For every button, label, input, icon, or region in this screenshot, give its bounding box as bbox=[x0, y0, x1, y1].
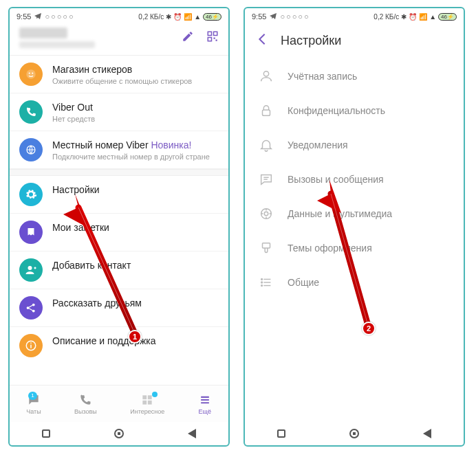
globe-icon bbox=[19, 138, 43, 161]
nav-more[interactable]: Ещё bbox=[198, 393, 212, 415]
edit-icon[interactable] bbox=[182, 30, 194, 45]
settings-header: Настройки bbox=[245, 23, 464, 59]
row-account[interactable]: Учётная запись bbox=[245, 59, 464, 93]
svg-rect-3 bbox=[214, 38, 215, 39]
page-title: Настройки bbox=[281, 34, 341, 48]
row-sub: Оживите общение с помощью стикеров bbox=[52, 77, 192, 86]
nav-label: Чаты bbox=[26, 408, 41, 415]
svg-point-9 bbox=[28, 266, 32, 270]
dots-icon: ○○○○○ bbox=[45, 12, 74, 21]
row-label: Темы оформления bbox=[288, 243, 372, 254]
brush-icon bbox=[259, 240, 274, 256]
svg-point-29 bbox=[264, 212, 268, 216]
share-icon bbox=[19, 296, 43, 320]
row-themes[interactable]: Темы оформления bbox=[245, 231, 464, 265]
back-button[interactable] bbox=[188, 429, 196, 438]
svg-rect-14 bbox=[30, 345, 32, 348]
notes-icon bbox=[19, 221, 43, 244]
home-button[interactable] bbox=[349, 429, 359, 438]
svg-point-24 bbox=[263, 71, 268, 76]
svg-point-7 bbox=[32, 72, 33, 74]
nav-chats[interactable]: 1 Чаты bbox=[26, 393, 41, 415]
row-title: Магазин стикеров bbox=[52, 64, 192, 76]
phone-out-icon bbox=[19, 100, 43, 124]
telegram-icon bbox=[34, 12, 42, 21]
more-menu-list: Магазин стикеров Оживите общение с помощ… bbox=[10, 56, 228, 385]
gear-icon bbox=[19, 183, 43, 206]
row-sticker-market[interactable]: Магазин стикеров Оживите общение с помощ… bbox=[10, 56, 228, 93]
row-label: Данные и мультимедиа bbox=[288, 208, 392, 219]
media-icon bbox=[259, 206, 274, 221]
android-nav bbox=[245, 422, 464, 445]
svg-rect-4 bbox=[216, 40, 217, 41]
row-privacy[interactable]: Конфиденциальность bbox=[245, 93, 464, 128]
svg-rect-16 bbox=[143, 395, 147, 399]
nav-badge: 1 bbox=[28, 392, 36, 400]
row-general[interactable]: Общие bbox=[245, 265, 464, 300]
svg-rect-2 bbox=[208, 38, 211, 41]
row-calls-messages[interactable]: Вызовы и сообщения bbox=[245, 162, 464, 197]
android-nav bbox=[10, 422, 228, 445]
nav-calls[interactable]: Вызовы bbox=[74, 393, 97, 415]
back-button[interactable] bbox=[423, 429, 431, 438]
alarm-icon: ⏰ bbox=[409, 13, 417, 21]
annotation-badge-2: 2 bbox=[362, 322, 376, 335]
row-my-notes[interactable]: Мои заметки bbox=[10, 214, 228, 251]
status-net: 0,2 КБ/с bbox=[138, 13, 164, 21]
row-label: Уведомления bbox=[288, 139, 348, 150]
qr-icon[interactable] bbox=[206, 30, 219, 45]
battery-icon: 46⚡ bbox=[438, 13, 457, 21]
svg-rect-18 bbox=[143, 400, 147, 404]
nav-label: Интересное bbox=[130, 408, 164, 415]
home-button[interactable] bbox=[114, 429, 124, 438]
row-add-contact[interactable]: Добавить контакт bbox=[10, 251, 228, 289]
wifi-icon: ▲ bbox=[429, 13, 436, 21]
row-viber-out[interactable]: Viber Out Нет средств bbox=[10, 93, 228, 131]
phone-right: 9:55 ○○○○○ 0,2 КБ/с ✱ ⏰ 📶 ▲ 46⚡ Настройк… bbox=[244, 7, 465, 447]
add-contact-icon bbox=[19, 258, 43, 282]
sticker-icon bbox=[19, 63, 43, 86]
profile-header bbox=[10, 23, 228, 55]
bottom-nav: 1 Чаты Вызовы Интересное Ещё bbox=[10, 385, 228, 422]
row-media[interactable]: Данные и мультимедиа bbox=[245, 197, 464, 231]
row-local-number[interactable]: Местный номер Viber Новинка! Подключите … bbox=[10, 131, 228, 169]
lock-icon bbox=[259, 103, 274, 118]
back-icon[interactable] bbox=[255, 32, 270, 49]
status-time: 9:55 bbox=[252, 12, 266, 21]
row-title: Viber Out bbox=[52, 102, 95, 113]
row-notifications[interactable]: Уведомления bbox=[245, 128, 464, 162]
svg-rect-15 bbox=[30, 343, 32, 344]
recent-button[interactable] bbox=[42, 429, 50, 438]
row-sub: Подключите местный номер в другой стране bbox=[52, 153, 210, 161]
signal-icon: 📶 bbox=[184, 13, 192, 21]
alarm-icon: ⏰ bbox=[173, 13, 182, 21]
row-sub: Нет средств bbox=[52, 115, 95, 124]
battery-icon: 46⚡ bbox=[203, 13, 221, 21]
signal-icon: 📶 bbox=[419, 13, 427, 21]
nav-interesting[interactable]: Интересное bbox=[130, 393, 164, 415]
dot-badge bbox=[152, 392, 158, 397]
row-settings[interactable]: Настройки bbox=[10, 176, 228, 214]
row-share[interactable]: Рассказать друзьям bbox=[10, 289, 228, 327]
row-title: Местный номер Viber Новинка! bbox=[52, 139, 210, 151]
list-icon bbox=[259, 275, 274, 290]
settings-list: Учётная запись Конфиденциальность Уведом… bbox=[245, 59, 464, 422]
wifi-icon: ▲ bbox=[194, 13, 201, 21]
svg-rect-1 bbox=[214, 32, 217, 35]
status-bar: 9:55 ○○○○○ 0,2 КБ/с ✱ ⏰ 📶 ▲ 46⚡ bbox=[10, 8, 228, 23]
svg-rect-25 bbox=[263, 110, 270, 115]
svg-point-34 bbox=[261, 279, 263, 280]
row-label: Общие bbox=[288, 277, 319, 288]
svg-rect-17 bbox=[148, 395, 152, 399]
svg-rect-19 bbox=[148, 400, 152, 404]
svg-point-5 bbox=[26, 69, 36, 79]
recent-button[interactable] bbox=[277, 429, 285, 438]
nav-label: Вызовы bbox=[74, 408, 97, 415]
annotation-badge-1: 1 bbox=[128, 330, 142, 344]
bell-icon bbox=[259, 137, 274, 153]
profile-name-blurred bbox=[19, 27, 67, 38]
bluetooth-icon: ✱ bbox=[166, 13, 171, 21]
bluetooth-icon: ✱ bbox=[401, 13, 407, 21]
status-bar: 9:55 ○○○○○ 0,2 КБ/с ✱ ⏰ 📶 ▲ 46⚡ bbox=[245, 8, 464, 23]
row-about[interactable]: Описание и поддержка bbox=[10, 327, 228, 364]
